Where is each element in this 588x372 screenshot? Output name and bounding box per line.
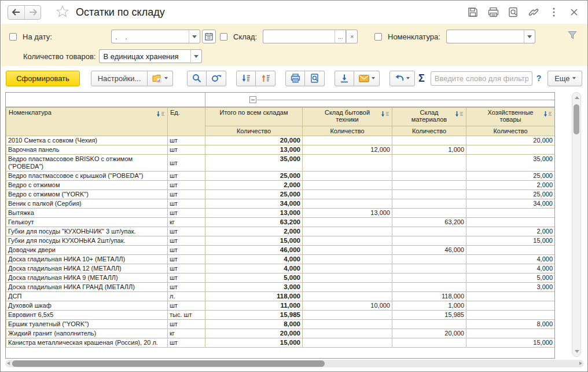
cell-nomenclature[interactable]: Доска гладильная НИКА ГРАНД (МЕТАЛЛ) <box>6 283 168 292</box>
cell-w2[interactable] <box>392 236 466 246</box>
cell-total[interactable]: 20,000 <box>205 329 303 338</box>
cell-w3[interactable]: 35,000 <box>466 155 555 172</box>
cell-total[interactable]: 2,000 <box>205 227 303 236</box>
cell-total[interactable]: 8,000 <box>205 320 303 329</box>
cell-w3[interactable]: 4,000 <box>466 255 555 264</box>
cell-nomenclature[interactable]: Евровинт 6,5х5 <box>6 311 168 320</box>
column-header-warehouse-household[interactable]: Хозяйственные товары <box>466 108 555 126</box>
nomenclature-input[interactable] <box>446 30 524 43</box>
cell-unit[interactable]: шт <box>168 199 205 209</box>
subheader-quantity[interactable]: Количество <box>303 126 392 136</box>
cell-nomenclature[interactable]: Ведро с отжимом ("YORK") <box>6 190 168 199</box>
warehouse-input[interactable] <box>263 30 335 43</box>
cell-w1[interactable] <box>303 338 392 348</box>
cell-nomenclature[interactable]: Губки для посуды "КУХОНЬЧИК" 3 шт/упак. <box>6 227 168 236</box>
scroll-left-icon[interactable] <box>7 362 10 365</box>
back-button[interactable] <box>8 6 24 19</box>
cell-total[interactable]: 34,000 <box>205 199 303 209</box>
cell-w1[interactable]: 10,000 <box>303 301 392 311</box>
cell-w2[interactable] <box>392 273 466 283</box>
cell-w1[interactable] <box>303 283 392 292</box>
cell-unit[interactable]: шт <box>168 301 205 311</box>
cell-w1[interactable] <box>303 255 392 264</box>
close-icon[interactable] <box>568 6 580 19</box>
cell-unit[interactable]: кг <box>168 329 205 338</box>
cell-unit[interactable]: шт <box>168 273 205 283</box>
cell-total[interactable]: 25,000 <box>205 190 303 199</box>
cell-w1[interactable] <box>303 236 392 246</box>
cell-unit[interactable]: шт <box>168 320 205 329</box>
date-dropdown-button[interactable] <box>189 30 200 43</box>
scroll-up-icon[interactable] <box>575 96 579 99</box>
column-header-total[interactable]: Итого по всем складам <box>205 108 303 126</box>
cell-total[interactable]: 15,000 <box>205 236 303 246</box>
cell-w1[interactable] <box>303 264 392 273</box>
cell-w1[interactable]: 12,000 <box>303 145 392 155</box>
cell-total[interactable]: 118,000 <box>205 292 303 301</box>
cell-nomenclature[interactable]: Доводчик двери <box>6 246 168 255</box>
cell-w1[interactable] <box>303 292 392 301</box>
cell-unit[interactable]: шт <box>168 181 205 190</box>
cell-w1[interactable] <box>303 172 392 181</box>
cell-w1[interactable] <box>303 199 392 209</box>
cell-nomenclature[interactable]: Веник с палкой (Сербия) <box>6 199 168 209</box>
cell-nomenclature[interactable]: Вытяжка <box>6 209 168 218</box>
cell-w3[interactable]: 25,000 <box>466 190 555 199</box>
collapse-group-button[interactable] <box>249 96 256 103</box>
help-button[interactable]: ? <box>536 74 542 83</box>
cell-unit[interactable]: шт <box>168 255 205 264</box>
scroll-right-icon[interactable] <box>579 362 582 365</box>
nomenclature-dropdown-button[interactable] <box>524 30 535 43</box>
date-input[interactable]: . . <box>111 30 189 43</box>
cell-w1[interactable] <box>303 218 392 227</box>
quantity-mode-select[interactable]: В единицах хранения <box>99 49 190 63</box>
cell-unit[interactable]: л. <box>168 292 205 301</box>
cell-nomenclature[interactable]: Жидкий гранит (наполнитель) <box>6 329 168 338</box>
cell-total[interactable]: 4,000 <box>205 264 303 273</box>
horizontal-scroll-thumb[interactable] <box>12 360 325 367</box>
search-button[interactable] <box>187 71 207 86</box>
cell-total[interactable]: 63,200 <box>205 218 303 227</box>
cell-total[interactable]: 15,985 <box>205 311 303 320</box>
column-header-warehouse-materials[interactable]: Склад материалов <box>392 108 466 126</box>
sum-button[interactable]: Σ <box>418 72 425 85</box>
cell-w2[interactable]: 63,200 <box>392 218 466 227</box>
cell-unit[interactable]: шт <box>168 209 205 218</box>
cell-w1[interactable] <box>303 320 392 329</box>
cell-w3[interactable]: 2,000 <box>466 227 555 236</box>
settings-button[interactable]: Настройки... <box>91 71 148 86</box>
sort-ascending-button[interactable] <box>256 71 275 86</box>
cell-nomenclature[interactable]: Ведро пластмассовое BRISKO с отжимом ("P… <box>6 155 168 172</box>
cell-w1[interactable] <box>303 246 392 255</box>
cell-w2[interactable] <box>392 283 466 292</box>
cell-w2[interactable] <box>392 338 466 348</box>
generate-button[interactable]: Сформировать <box>6 71 80 86</box>
quantity-mode-dropdown-button[interactable] <box>190 49 202 63</box>
cell-w3[interactable] <box>466 145 555 155</box>
cell-w2[interactable] <box>392 255 466 264</box>
quick-filter-input[interactable] <box>431 71 532 86</box>
cell-w2[interactable]: 1,000 <box>392 145 466 155</box>
column-header-nomenclature[interactable]: Номенклатура <box>6 108 168 136</box>
scroll-down-icon[interactable] <box>575 350 579 353</box>
cell-unit[interactable]: шт <box>168 172 205 181</box>
cell-w2[interactable]: 15,985 <box>392 311 466 320</box>
cell-unit[interactable]: шт <box>168 136 205 145</box>
cell-total[interactable]: 11,000 <box>205 301 303 311</box>
horizontal-scrollbar[interactable] <box>5 360 584 367</box>
on-date-checkbox[interactable] <box>9 33 17 41</box>
cell-w2[interactable] <box>392 155 466 172</box>
column-header-warehouse-appliances[interactable]: Склад бытовой техники <box>303 108 392 126</box>
cell-w3[interactable] <box>466 329 555 338</box>
cell-w1[interactable] <box>303 227 392 236</box>
cell-nomenclature[interactable]: Гелькоут <box>6 218 168 227</box>
cell-w2[interactable] <box>392 181 466 190</box>
cell-w3[interactable] <box>466 311 555 320</box>
cell-w3[interactable] <box>466 292 555 301</box>
cell-nomenclature[interactable]: Духовой шкаф <box>6 301 168 311</box>
cell-nomenclature[interactable]: Ведро с отжимом <box>6 181 168 190</box>
cell-total[interactable]: 13,000 <box>205 209 303 218</box>
cell-w2[interactable]: 1,000 <box>392 301 466 311</box>
cell-total[interactable]: 3,000 <box>205 283 303 292</box>
more-menu-icon[interactable] <box>547 6 560 19</box>
